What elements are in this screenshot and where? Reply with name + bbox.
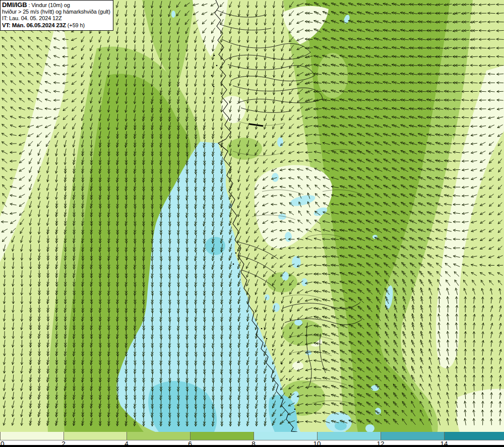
colorbar-segment — [0, 432, 64, 440]
colorbar-segment — [254, 432, 317, 440]
legend-line-1: DMI/IGB : Vindur (10m) og — [2, 2, 110, 9]
colorbar-segments — [0, 432, 504, 440]
legend-line-2: hviður > 25 m/s (hvítt) og hámarkshviða … — [2, 9, 110, 15]
colorbar-segment — [64, 432, 127, 440]
bottom-border-line — [0, 445, 504, 447]
weather-map-screen: DMI/IGB : Vindur (10m) og hviður > 25 m/… — [0, 0, 504, 447]
colorbar-segment — [127, 432, 190, 440]
colorbar-segment — [444, 432, 504, 440]
colorbar-segment — [317, 432, 381, 440]
wind-forecast-map — [0, 0, 504, 432]
legend-product-name: DMI/IGB — [2, 1, 27, 9]
colorbar-segment — [381, 432, 444, 440]
legend-box: DMI/IGB : Vindur (10m) og hviður > 25 m/… — [0, 0, 113, 31]
colorbar-segment — [190, 432, 254, 440]
colorbar: 02468101214 — [0, 432, 504, 447]
legend-line-4: VT: Mán. 06.05.2024 23Z (+59 h) — [2, 22, 110, 29]
legend-line-3: IT: Lau. 04. 05. 2024 12Z — [2, 15, 110, 22]
